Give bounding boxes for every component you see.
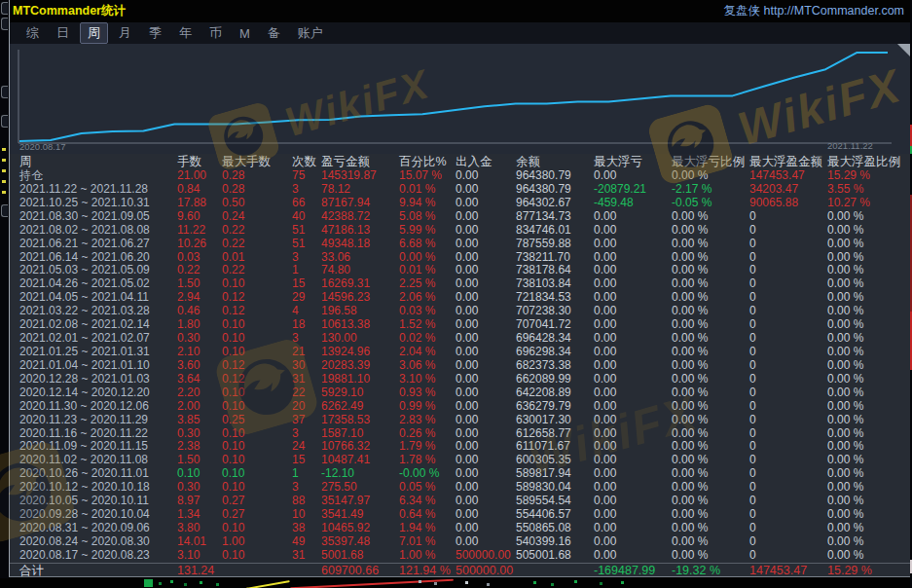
- value-cell: 16269.31: [321, 277, 399, 291]
- value-cell: 500000.00: [456, 564, 516, 577]
- value-cell: 1587.10: [321, 427, 399, 441]
- period-cell: 2021.02.01 ~ 2021.02.07: [19, 332, 177, 346]
- value-cell: 0.00 %: [672, 508, 749, 522]
- value-cell: 38: [292, 522, 321, 535]
- value-cell: 1.78 %: [399, 454, 456, 467]
- value-cell: 0.00 %: [672, 169, 749, 183]
- value-cell: 3541.49: [321, 508, 399, 522]
- table-body: 持仓21.000.2875145319.8715.07 %0.00964380.…: [10, 169, 910, 563]
- value-cell: 0.00 %: [672, 427, 749, 441]
- value-cell: 0.01 %: [399, 264, 456, 277]
- background-toolbar-button: [1, 115, 8, 128]
- table-row[interactable]: 2020.11.02 ~ 2020.11.081.500.101510487.4…: [10, 454, 910, 467]
- table-row[interactable]: 2021.05.03 ~ 2021.05.090.220.22174.800.0…: [10, 264, 910, 277]
- value-cell: 17358.53: [321, 414, 399, 427]
- value-cell: 0: [749, 535, 827, 549]
- menu-tab-9[interactable]: 账户: [291, 23, 330, 43]
- value-cell: 2.20: [177, 386, 222, 400]
- table-row[interactable]: 2020.08.31 ~ 2020.09.063.800.103810465.9…: [10, 522, 910, 535]
- table-row[interactable]: 2021.02.01 ~ 2021.02.070.300.103130.000.…: [10, 332, 910, 346]
- menu-tab-8[interactable]: 备: [261, 23, 287, 43]
- value-cell: 540399.16: [516, 535, 594, 549]
- menu-tab-4[interactable]: 季: [142, 23, 168, 43]
- table-row[interactable]: 2020.11.09 ~ 2020.11.152.380.102410766.3…: [10, 440, 910, 454]
- value-cell: 1: [292, 467, 321, 481]
- value-cell: 0.00 %: [827, 549, 910, 563]
- value-cell: 3: [292, 332, 321, 346]
- background-indicator-line: [290, 579, 454, 588]
- background-indicator-line: [245, 580, 290, 588]
- value-cell: 3.64: [177, 373, 222, 386]
- period-cell: 2021.03.22 ~ 2021.03.28: [19, 305, 177, 318]
- table-row[interactable]: 2020.10.05 ~ 2020.10.118.970.278835147.9…: [10, 495, 910, 508]
- background-toolbar-button: [1, 2, 8, 15]
- period-cell: 2020.08.17 ~ 2020.08.23: [19, 549, 177, 563]
- menu-tab-0[interactable]: 综: [19, 23, 46, 43]
- value-cell: 0.00: [594, 481, 672, 495]
- value-cell: 0: [749, 386, 827, 400]
- menu-tab-7[interactable]: M: [233, 25, 257, 42]
- background-candle: [159, 582, 162, 585]
- table-row[interactable]: 2021.01.04 ~ 2021.01.103.600.123020283.3…: [10, 359, 910, 373]
- value-cell: 8.97: [177, 495, 222, 508]
- brand-link[interactable]: 复盘侠 http://MTCommander.com: [724, 3, 904, 19]
- value-cell: 0.00 %: [827, 373, 910, 386]
- value-cell: 0.22: [222, 264, 292, 277]
- table-row[interactable]: 2021.04.26 ~ 2021.05.021.500.101516269.3…: [10, 277, 910, 291]
- table-row[interactable]: 2020.10.12 ~ 2020.10.180.300.103275.500.…: [10, 481, 910, 495]
- value-cell: 0: [749, 346, 827, 359]
- value-cell: 7.01 %: [399, 535, 456, 549]
- table-row[interactable]: 2021.04.05 ~ 2021.04.112.940.122914596.2…: [10, 291, 910, 305]
- table-total-row[interactable]: 合计131.24609700.66121.94 %500000.00-16948…: [10, 563, 910, 576]
- table-row[interactable]: 2021.10.25 ~ 2021.10.3117.880.506687167.…: [10, 197, 910, 210]
- table-row[interactable]: 2021.02.08 ~ 2021.02.141.800.101810613.3…: [10, 318, 910, 332]
- value-cell: 78.12: [321, 183, 399, 197]
- value-cell: 24: [292, 440, 321, 454]
- value-cell: -0.05 %: [672, 197, 749, 210]
- value-cell: [222, 564, 292, 577]
- period-cell: 2021.06.14 ~ 2021.06.20: [19, 251, 177, 265]
- background-toolbar-button: [1, 86, 8, 98]
- period-cell: 2021.04.05 ~ 2021.04.11: [19, 291, 177, 305]
- value-cell: 2.06 %: [399, 291, 456, 305]
- table-row[interactable]: 2020.09.28 ~ 2020.10.041.340.27103541.49…: [10, 508, 910, 522]
- table-row[interactable]: 2020.12.28 ~ 2021.01.033.640.123119881.1…: [10, 373, 910, 386]
- value-cell: 3: [292, 183, 321, 197]
- menu-tab-1[interactable]: 日: [50, 23, 76, 43]
- value-cell: 0.03 %: [399, 305, 456, 318]
- table-row[interactable]: 2020.11.16 ~ 2020.11.220.300.1031587.100…: [10, 427, 910, 441]
- value-cell: 0.00: [456, 467, 516, 481]
- value-cell: 0.00 %: [827, 238, 910, 251]
- value-cell: 14.01: [177, 535, 222, 549]
- value-cell: 0.00: [594, 467, 672, 481]
- menu-tab-2[interactable]: 周: [80, 22, 108, 44]
- value-cell: 721834.53: [516, 291, 594, 305]
- table-row[interactable]: 2020.11.30 ~ 2020.12.062.000.10206262.49…: [10, 400, 910, 414]
- value-cell: 0.00 %: [827, 522, 910, 535]
- value-cell: 31: [292, 373, 321, 386]
- table-row[interactable]: 2021.08.02 ~ 2021.08.0811.220.225147186.…: [10, 224, 910, 238]
- value-cell: 964380.79: [516, 183, 594, 197]
- table-row[interactable]: 2020.12.14 ~ 2020.12.202.200.10225929.10…: [10, 386, 910, 400]
- value-cell: 589817.94: [516, 467, 594, 481]
- menu-tab-3[interactable]: 月: [112, 23, 138, 43]
- value-cell: 0.00 %: [672, 224, 749, 238]
- value-cell: 1.00: [222, 535, 292, 549]
- table-row[interactable]: 2020.08.17 ~ 2020.08.233.100.10315001.68…: [10, 549, 910, 563]
- table-row[interactable]: 持仓21.000.2875145319.8715.07 %0.00964380.…: [10, 169, 910, 183]
- table-row[interactable]: 2021.01.25 ~ 2021.01.312.100.102113924.9…: [10, 346, 910, 359]
- table-header-row: 周手数最大手数次数盈亏金额百分比%出入金余额最大浮亏最大浮亏比例最大浮盈金额最大…: [10, 154, 910, 169]
- table-row[interactable]: 2021.08.30 ~ 2021.09.059.600.244042388.7…: [10, 210, 910, 224]
- menu-tab-5[interactable]: 年: [172, 23, 199, 43]
- menu-tab-6[interactable]: 币: [202, 23, 229, 43]
- table-row[interactable]: 2021.06.21 ~ 2021.06.2710.260.225149348.…: [10, 238, 910, 251]
- table-row[interactable]: 2020.08.24 ~ 2020.08.3014.011.004935397.…: [10, 535, 910, 549]
- value-cell: 0.30: [177, 332, 222, 346]
- table-row[interactable]: 2021.11.22 ~ 2021.11.280.840.28378.120.0…: [10, 183, 910, 197]
- table-row[interactable]: 2021.03.22 ~ 2021.03.280.460.124196.580.…: [10, 305, 910, 318]
- table-row[interactable]: 2021.06.14 ~ 2021.06.200.030.01333.060.0…: [10, 251, 910, 265]
- table-row[interactable]: 2020.11.23 ~ 2020.11.293.850.253717358.5…: [10, 414, 910, 427]
- value-cell: -459.48: [594, 197, 672, 210]
- value-cell: 0.10: [222, 454, 292, 467]
- table-row[interactable]: 2020.10.26 ~ 2020.11.010.100.101-12.10-0…: [10, 467, 910, 481]
